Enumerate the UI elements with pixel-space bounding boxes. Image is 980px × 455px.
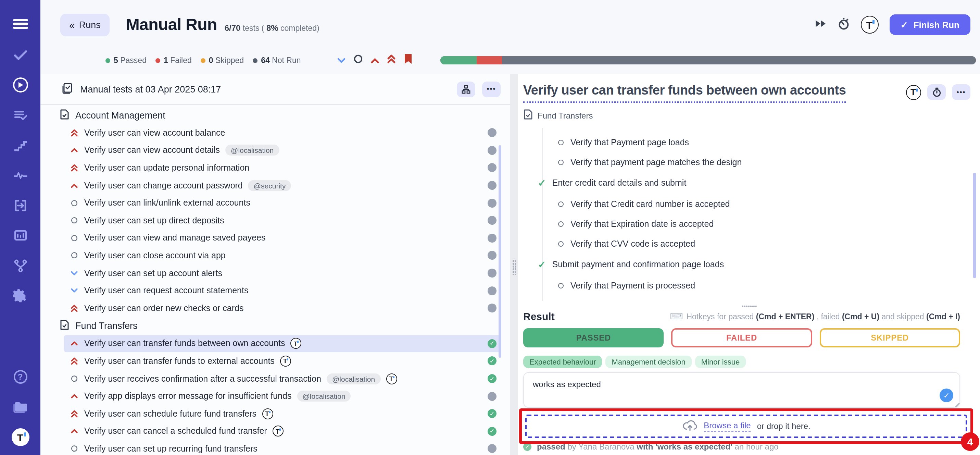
- help-icon[interactable]: ?: [0, 362, 40, 392]
- collapse-chevron-icon[interactable]: [337, 54, 346, 67]
- runs-play-icon[interactable]: [0, 70, 40, 100]
- finish-run-button[interactable]: ✓Finish Run: [889, 14, 970, 35]
- priority-high-icon: [69, 148, 79, 153]
- step-sub[interactable]: Verify that Payment is processed: [543, 275, 980, 295]
- step-main[interactable]: ✓Enter credit card details and submit: [538, 172, 980, 194]
- import-icon[interactable]: [0, 190, 40, 221]
- steps-scrollbar[interactable]: [973, 173, 976, 278]
- test-status-notrun-icon[interactable]: [488, 163, 496, 172]
- step-sub[interactable]: Verify that CVV code is accepted: [543, 234, 980, 254]
- tests-check-icon[interactable]: [0, 40, 40, 70]
- menu-icon[interactable]: [0, 8, 40, 40]
- test-status-notrun-icon[interactable]: [488, 234, 496, 243]
- submit-comment-button[interactable]: ✓: [940, 388, 953, 402]
- test-status-passed-icon[interactable]: ✓: [488, 339, 496, 348]
- test-row[interactable]: Verify user can view account details@loc…: [64, 142, 501, 159]
- projects-folder-icon[interactable]: [0, 392, 40, 422]
- test-plans-icon[interactable]: [0, 100, 40, 130]
- test-row[interactable]: Verify user can schedule future fund tra…: [64, 405, 501, 423]
- test-row[interactable]: Verify user can transfer funds to extern…: [64, 352, 501, 370]
- test-row[interactable]: Verify user receives confirmation after …: [64, 370, 501, 387]
- bookmark-filter-icon[interactable]: [404, 53, 413, 67]
- step-sub[interactable]: Verify that payment page matches the des…: [543, 152, 980, 172]
- test-status-notrun-icon[interactable]: [488, 303, 496, 313]
- test-status-notrun-icon[interactable]: [488, 268, 496, 278]
- passed-button[interactable]: PASSED: [523, 328, 664, 347]
- suite-doc-icon: [60, 319, 69, 332]
- suite-section-0[interactable]: Account Management: [40, 106, 510, 124]
- branch-icon[interactable]: [0, 251, 40, 281]
- test-row[interactable]: Verify user can request account statemen…: [64, 282, 501, 299]
- panel-splitter[interactable]: [510, 74, 518, 455]
- resize-handle-icon[interactable]: [952, 400, 960, 408]
- step-sub[interactable]: Verify that Payment page loads: [543, 132, 980, 152]
- step-bullet-icon: [558, 139, 564, 145]
- testomat-badge-icon[interactable]: T: [861, 16, 879, 34]
- fast-forward-icon[interactable]: [815, 19, 827, 31]
- test-row[interactable]: Verify app displays error message for in…: [64, 388, 501, 405]
- test-row[interactable]: Verify user can view account balance: [64, 124, 501, 142]
- test-status-notrun-icon[interactable]: [488, 216, 496, 225]
- testomat-logo[interactable]: T: [0, 422, 40, 452]
- step-main[interactable]: ✓Submit payment and confirmation page lo…: [538, 254, 980, 275]
- test-automation-logo-icon[interactable]: T: [906, 85, 921, 100]
- test-timer-button[interactable]: [927, 84, 946, 100]
- test-status-passed-icon[interactable]: ✓: [488, 427, 496, 436]
- test-row[interactable]: Verify user can change account password@…: [64, 177, 501, 194]
- priority-normal-icon: [69, 375, 79, 382]
- analytics-icon[interactable]: [0, 221, 40, 251]
- test-row[interactable]: Verify user can link/unlink external acc…: [64, 194, 501, 212]
- test-status-notrun-icon[interactable]: [488, 198, 496, 207]
- quick-comment-tag[interactable]: Expected behaviour: [523, 356, 602, 368]
- settings-gear-icon[interactable]: [0, 281, 40, 311]
- test-status-passed-icon[interactable]: ✓: [488, 409, 496, 418]
- failed-button[interactable]: FAILED: [671, 328, 812, 347]
- suite-name[interactable]: Fund Transfers: [538, 111, 593, 120]
- priority-high-icon: [69, 393, 79, 399]
- test-row[interactable]: Verify user can transfer funds between o…: [64, 335, 501, 352]
- test-row[interactable]: Verify user can set up account alerts: [64, 265, 501, 282]
- comment-text[interactable]: works as expected: [533, 380, 601, 389]
- test-row[interactable]: Verify user can cancel a scheduled fund …: [64, 423, 501, 440]
- quick-comment-tag[interactable]: Minor issue: [695, 356, 746, 368]
- test-status-passed-icon[interactable]: ✓: [488, 357, 496, 366]
- test-row[interactable]: Verify user can order new checks or card…: [64, 299, 501, 317]
- priority-important-filter-icon[interactable]: [387, 54, 396, 67]
- test-status-notrun-icon[interactable]: [488, 392, 496, 401]
- test-row[interactable]: Verify user can set up direct deposits: [64, 212, 501, 229]
- priority-high-filter-icon[interactable]: [371, 54, 380, 67]
- test-status-notrun-icon[interactable]: [488, 251, 496, 260]
- pulse-icon[interactable]: [0, 160, 40, 190]
- splitter-handle-icon[interactable]: [512, 260, 516, 275]
- test-more-button[interactable]: •••: [952, 84, 970, 100]
- priority-normal-filter-icon[interactable]: [354, 54, 363, 67]
- progress-segment: [441, 56, 477, 64]
- file-dropzone[interactable]: Browse a file or drop it here.: [525, 415, 967, 438]
- suite-section-1[interactable]: Fund Transfers: [40, 317, 510, 335]
- step-sub[interactable]: Verify that Credit card number is accept…: [543, 194, 980, 214]
- test-status-notrun-icon[interactable]: [488, 444, 496, 453]
- result-comment-box[interactable]: works as expected ✓: [523, 372, 960, 408]
- run-more-button[interactable]: •••: [482, 81, 501, 97]
- test-row-title: Verify user can transfer funds between o…: [84, 339, 285, 348]
- quick-comment-tag[interactable]: Management decision: [605, 356, 691, 368]
- skipped-button[interactable]: SKIPPED: [819, 328, 960, 347]
- test-status-notrun-icon[interactable]: [488, 181, 496, 190]
- progress-segment: [502, 56, 976, 64]
- step-sub[interactable]: Verify that Expiration date is accepted: [543, 214, 980, 234]
- browse-file-link[interactable]: Browse a file: [704, 421, 751, 432]
- back-to-runs-button[interactable]: «Runs: [60, 13, 110, 36]
- test-row[interactable]: Verify user can set up recurring fund tr…: [64, 440, 501, 455]
- test-status-notrun-icon[interactable]: [488, 286, 496, 295]
- test-status-notrun-icon[interactable]: [488, 128, 496, 137]
- milestones-icon[interactable]: [0, 130, 40, 160]
- test-row[interactable]: Verify user can close account via app: [64, 247, 501, 264]
- tree-view-button[interactable]: [457, 81, 475, 97]
- test-row[interactable]: Verify user can view and manage saved pa…: [64, 229, 501, 247]
- test-row[interactable]: Verify user can update personal informat…: [64, 159, 501, 176]
- test-status-notrun-icon[interactable]: [488, 146, 496, 155]
- test-title[interactable]: Verify user can transfer funds between o…: [523, 83, 846, 103]
- test-status-passed-icon[interactable]: ✓: [488, 374, 496, 383]
- timer-icon[interactable]: [838, 17, 850, 32]
- list-scrollbar[interactable]: [499, 145, 501, 358]
